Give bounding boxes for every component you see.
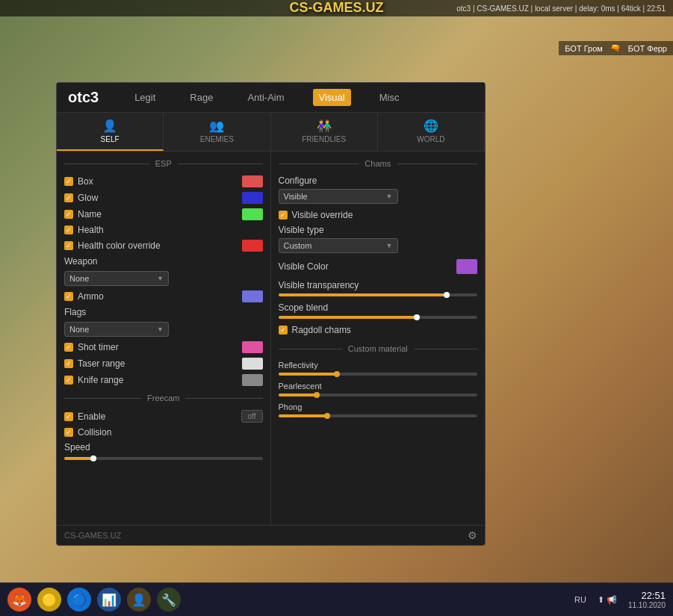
- freecam-speed-track[interactable]: [64, 457, 263, 460]
- chams-visible-type-item: Visible type Custom ▼: [279, 225, 478, 253]
- esp-glow-checkbox[interactable]: [64, 193, 73, 202]
- subtab-world[interactable]: 🌐 WORLD: [378, 113, 485, 151]
- esp-taser-color[interactable]: [242, 358, 263, 370]
- esp-flags-label: Flags: [64, 307, 86, 317]
- esp-ammo-row: Ammo: [64, 290, 263, 302]
- tab-rage[interactable]: Rage: [184, 89, 219, 106]
- freecam-enable-checkbox[interactable]: [64, 412, 73, 421]
- esp-knife-color[interactable]: [242, 374, 263, 386]
- esp-name-checkbox[interactable]: [64, 210, 73, 219]
- freecam-enable-toggle[interactable]: off: [241, 410, 263, 423]
- reflectivity-handle[interactable]: [334, 371, 340, 377]
- taskbar-icon-user[interactable]: 👤: [127, 588, 151, 612]
- chams-scope-blend-item: Scope blend: [279, 302, 478, 319]
- esp-ammo-checkbox[interactable]: [64, 292, 73, 301]
- tab-anti-aim[interactable]: Anti-Aim: [241, 89, 290, 106]
- freecam-speed-slider: [64, 457, 263, 460]
- esp-health-label: Health: [78, 225, 104, 235]
- tab-visual[interactable]: Visual: [313, 89, 351, 106]
- esp-flags-dropdown[interactable]: None ▼: [64, 322, 169, 337]
- freecam-title: Freecam: [64, 393, 263, 402]
- esp-ammo-color[interactable]: [242, 290, 263, 302]
- esp-weapon-dropdown-container: None ▼: [64, 271, 263, 286]
- esp-box-checkbox[interactable]: [64, 177, 73, 186]
- esp-glow-left: Glow: [64, 193, 98, 203]
- esp-shot-timer-checkbox[interactable]: [64, 343, 73, 352]
- panel-footer: CS-GAMES.UZ ⚙: [57, 525, 485, 545]
- esp-taser-checkbox[interactable]: [64, 359, 73, 368]
- subtab-self[interactable]: 👤 SELF: [57, 113, 164, 151]
- esp-flags-dropdown-container: None ▼: [64, 322, 263, 337]
- esp-weapon-left: Weapon: [64, 256, 97, 267]
- taskbar-icon-chrome[interactable]: 🔵: [67, 588, 91, 612]
- esp-health-override-row: Health color override: [64, 240, 263, 252]
- esp-health-override-label: Health color override: [78, 240, 161, 251]
- reflectivity-track[interactable]: [279, 373, 478, 376]
- esp-shot-timer-row: Shot timer: [64, 341, 263, 353]
- chams-transparency-label: Visible transparency: [279, 280, 478, 290]
- chams-configure-dropdown[interactable]: Visible ▼: [279, 189, 398, 204]
- esp-glow-color[interactable]: [242, 192, 263, 204]
- freecam-collision-row: Collision: [64, 427, 263, 438]
- esp-name-color[interactable]: [242, 208, 263, 220]
- chams-scope-blend-track[interactable]: [279, 316, 478, 319]
- panel-header: otc3 Legit Rage Anti-Aim Visual Misc: [57, 83, 485, 113]
- chams-configure-item: Configure Visible ▼: [279, 175, 478, 204]
- taskbar-icon-yandex[interactable]: 🟡: [37, 588, 61, 612]
- top-bar: CS-GAMES.UZ otc3 | CS-GAMES.UZ | local s…: [0, 0, 673, 16]
- chams-transparency-item: Visible transparency: [279, 280, 478, 296]
- reflectivity-fill: [279, 373, 338, 376]
- footer-logo: CS-GAMES.UZ: [64, 531, 121, 540]
- taskbar-icon-firefox[interactable]: 🦊: [7, 588, 31, 612]
- chams-visible-override-row: Visible override: [279, 210, 478, 220]
- chams-ragdoll-checkbox[interactable]: [279, 326, 288, 335]
- freecam-collision-label: Collision: [78, 427, 111, 438]
- esp-knife-checkbox[interactable]: [64, 376, 73, 385]
- phong-handle[interactable]: [324, 413, 330, 419]
- tab-legit[interactable]: Legit: [128, 89, 161, 106]
- taskbar-icon-tools[interactable]: 🔧: [157, 588, 181, 612]
- chams-visible-type-dropdown[interactable]: Custom ▼: [279, 238, 398, 253]
- freecam-enable-label: Enable: [78, 411, 105, 422]
- freecam-speed-handle[interactable]: [90, 455, 96, 461]
- chams-visible-color-label: Visible Color: [279, 261, 329, 272]
- esp-health-override-color[interactable]: [242, 240, 263, 252]
- freecam-speed-label: Speed: [64, 442, 90, 452]
- freecam-collision-checkbox[interactable]: [64, 428, 73, 437]
- panel-logo: otc3: [68, 89, 99, 106]
- esp-box-color[interactable]: [242, 175, 263, 187]
- phong-track[interactable]: [279, 414, 478, 417]
- esp-weapon-label: Weapon: [64, 256, 97, 267]
- chams-visible-override-checkbox[interactable]: [279, 211, 288, 220]
- subtab-enemies[interactable]: 👥 ENEMIES: [164, 113, 270, 151]
- esp-name-label: Name: [78, 209, 102, 220]
- esp-shot-timer-left: Shot timer: [64, 342, 119, 352]
- esp-health-override-checkbox[interactable]: [64, 241, 73, 250]
- taskbar-icons: 🦊 🟡 🔵 📊 👤 🔧: [7, 588, 181, 612]
- panel-body: ESP Box Glow Na: [57, 152, 485, 525]
- chams-configure-value: Visible: [284, 192, 308, 201]
- taskbar-icon-stats[interactable]: 📊: [97, 588, 121, 612]
- esp-weapon-dropdown-arrow: ▼: [157, 275, 164, 282]
- custom-material-section: Custom material Reflectivity Pearlescent: [279, 344, 478, 417]
- esp-taser-left: Taser range: [64, 358, 125, 369]
- chams-transparency-handle[interactable]: [444, 292, 450, 298]
- esp-weapon-row: Weapon: [64, 256, 263, 267]
- esp-shot-timer-color[interactable]: [242, 341, 263, 353]
- chams-scope-blend-handle[interactable]: [414, 314, 420, 320]
- reflectivity-item: Reflectivity: [279, 361, 478, 376]
- pearlescent-track[interactable]: [279, 393, 478, 396]
- esp-health-checkbox[interactable]: [64, 225, 73, 234]
- chams-visible-type-label: Visible type: [279, 225, 478, 235]
- esp-knife-label: Knife range: [78, 375, 123, 385]
- freecam-enable-left: Enable: [64, 411, 105, 422]
- esp-ammo-left: Ammo: [64, 291, 104, 302]
- subtab-friendlies[interactable]: 👫 FRIENDLIES: [271, 113, 378, 151]
- pearlescent-handle[interactable]: [314, 392, 320, 398]
- taskbar-icons-system: ⬆ 📢: [598, 595, 617, 605]
- tab-misc[interactable]: Misc: [373, 89, 406, 106]
- esp-weapon-dropdown[interactable]: None ▼: [64, 271, 169, 286]
- chams-visible-color-swatch[interactable]: [456, 259, 477, 274]
- chams-transparency-track[interactable]: [279, 293, 478, 296]
- settings-icon[interactable]: ⚙: [468, 529, 477, 541]
